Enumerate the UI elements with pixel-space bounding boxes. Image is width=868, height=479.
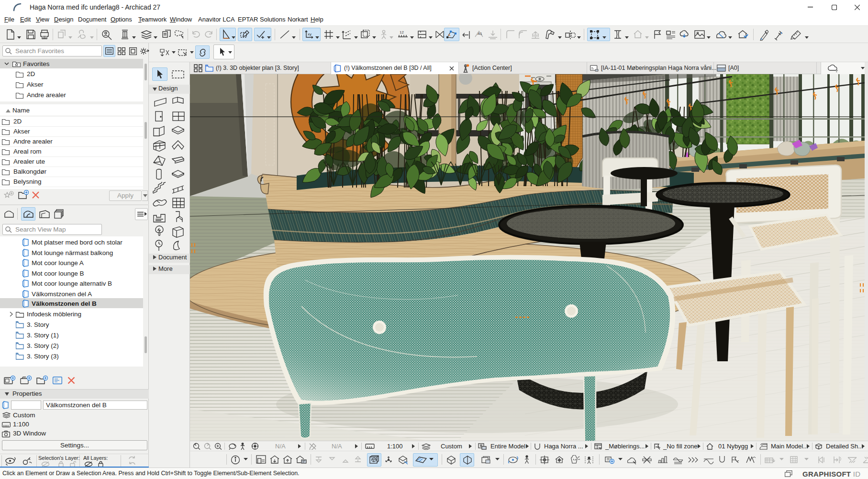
svg-text:xy: xy — [308, 32, 312, 36]
svg-text:A1: A1 — [478, 32, 482, 36]
svg-text:12: 12 — [400, 30, 404, 34]
